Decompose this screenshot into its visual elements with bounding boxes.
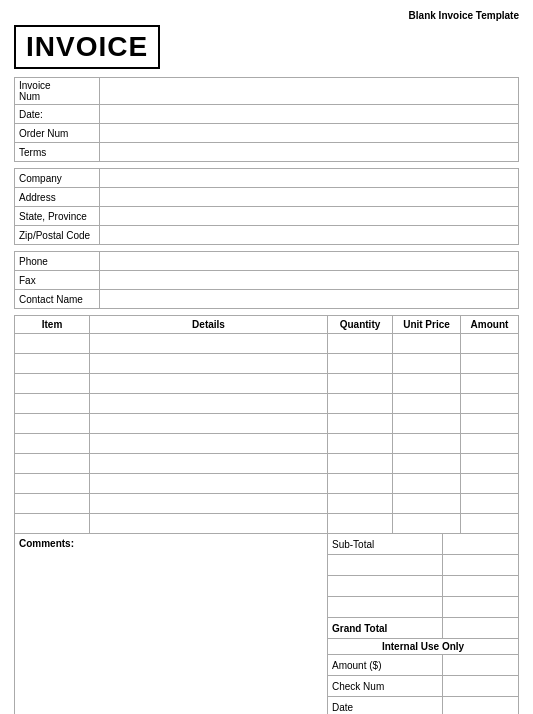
- fax-input[interactable]: [100, 271, 518, 289]
- order-num-row: Order Num: [15, 124, 518, 143]
- internal-date-input[interactable]: [443, 697, 518, 714]
- input-details-1[interactable]: [90, 354, 327, 373]
- address-section: Company Address State, Province Zip/Post…: [14, 168, 519, 245]
- cell-quantity: [328, 394, 393, 414]
- input-details-9[interactable]: [90, 514, 327, 533]
- address-input[interactable]: [100, 188, 518, 206]
- cell-details: [90, 494, 328, 514]
- company-label: Company: [15, 169, 100, 187]
- input-quantity-9[interactable]: [328, 514, 392, 533]
- input-item-1[interactable]: [15, 354, 89, 373]
- input-amount-2[interactable]: [461, 374, 518, 393]
- contact-name-input[interactable]: [100, 290, 518, 308]
- blank-input-3[interactable]: [443, 597, 518, 617]
- input-amount-6[interactable]: [461, 454, 518, 473]
- terms-input[interactable]: [100, 143, 518, 161]
- input-quantity-3[interactable]: [328, 394, 392, 413]
- input-details-2[interactable]: [90, 374, 327, 393]
- grand-total-label: Grand Total: [328, 618, 443, 638]
- cell-amount: [461, 494, 519, 514]
- input-quantity-2[interactable]: [328, 374, 392, 393]
- cell-quantity: [328, 474, 393, 494]
- input-item-4[interactable]: [15, 414, 89, 433]
- table-row: [15, 394, 519, 414]
- input-unit-price-5[interactable]: [393, 434, 460, 453]
- date-input[interactable]: [100, 105, 518, 123]
- sub-total-input[interactable]: [443, 534, 518, 554]
- zip-postal-input[interactable]: [100, 226, 518, 244]
- input-amount-8[interactable]: [461, 494, 518, 513]
- input-unit-price-6[interactable]: [393, 454, 460, 473]
- comments-input[interactable]: [19, 551, 323, 661]
- cell-item: [15, 354, 90, 374]
- input-amount-7[interactable]: [461, 474, 518, 493]
- input-unit-price-8[interactable]: [393, 494, 460, 513]
- cell-details: [90, 474, 328, 494]
- cell-quantity: [328, 514, 393, 534]
- template-label: Blank Invoice Template: [14, 10, 519, 21]
- input-unit-price-9[interactable]: [393, 514, 460, 533]
- cell-item: [15, 494, 90, 514]
- comments-label: Comments:: [19, 538, 323, 549]
- input-amount-9[interactable]: [461, 514, 518, 533]
- state-province-input[interactable]: [100, 207, 518, 225]
- invoice-num-input[interactable]: [100, 78, 518, 96]
- phone-input[interactable]: [100, 252, 518, 270]
- input-details-4[interactable]: [90, 414, 327, 433]
- blank-input-2[interactable]: [443, 576, 518, 596]
- amount-row: Amount ($): [328, 655, 518, 676]
- cell-unit-price: [393, 374, 461, 394]
- input-item-6[interactable]: [15, 454, 89, 473]
- input-amount-3[interactable]: [461, 394, 518, 413]
- input-quantity-8[interactable]: [328, 494, 392, 513]
- input-quantity-5[interactable]: [328, 434, 392, 453]
- blank-label-3: [328, 597, 443, 617]
- input-unit-price-0[interactable]: [393, 334, 460, 353]
- input-quantity-7[interactable]: [328, 474, 392, 493]
- order-num-input[interactable]: [100, 124, 518, 142]
- cell-unit-price: [393, 454, 461, 474]
- input-amount-1[interactable]: [461, 354, 518, 373]
- input-details-5[interactable]: [90, 434, 327, 453]
- input-item-0[interactable]: [15, 334, 89, 353]
- input-unit-price-7[interactable]: [393, 474, 460, 493]
- cell-item: [15, 514, 90, 534]
- input-unit-price-4[interactable]: [393, 414, 460, 433]
- input-amount-0[interactable]: [461, 334, 518, 353]
- cell-quantity: [328, 494, 393, 514]
- input-item-7[interactable]: [15, 474, 89, 493]
- table-row: [15, 494, 519, 514]
- invoice-table: Item Details Quantity Unit Price Amount: [14, 315, 519, 534]
- input-item-3[interactable]: [15, 394, 89, 413]
- grand-total-input[interactable]: [443, 618, 518, 638]
- input-details-8[interactable]: [90, 494, 327, 513]
- check-num-input[interactable]: [443, 676, 518, 696]
- input-quantity-6[interactable]: [328, 454, 392, 473]
- input-item-9[interactable]: [15, 514, 89, 533]
- blank-input-1[interactable]: [443, 555, 518, 575]
- cell-unit-price: [393, 514, 461, 534]
- input-quantity-1[interactable]: [328, 354, 392, 373]
- input-details-6[interactable]: [90, 454, 327, 473]
- input-unit-price-3[interactable]: [393, 394, 460, 413]
- input-quantity-0[interactable]: [328, 334, 392, 353]
- amount-input[interactable]: [443, 655, 518, 675]
- input-details-3[interactable]: [90, 394, 327, 413]
- cell-details: [90, 414, 328, 434]
- input-unit-price-1[interactable]: [393, 354, 460, 373]
- grand-total-row: Grand Total: [328, 618, 518, 639]
- input-item-5[interactable]: [15, 434, 89, 453]
- table-row: [15, 514, 519, 534]
- input-details-7[interactable]: [90, 474, 327, 493]
- input-amount-5[interactable]: [461, 434, 518, 453]
- cell-item: [15, 454, 90, 474]
- input-details-0[interactable]: [90, 334, 327, 353]
- input-unit-price-2[interactable]: [393, 374, 460, 393]
- cell-unit-price: [393, 334, 461, 354]
- input-amount-4[interactable]: [461, 414, 518, 433]
- input-quantity-4[interactable]: [328, 414, 392, 433]
- input-item-2[interactable]: [15, 374, 89, 393]
- table-row: [15, 334, 519, 354]
- input-item-8[interactable]: [15, 494, 89, 513]
- company-input[interactable]: [100, 169, 518, 187]
